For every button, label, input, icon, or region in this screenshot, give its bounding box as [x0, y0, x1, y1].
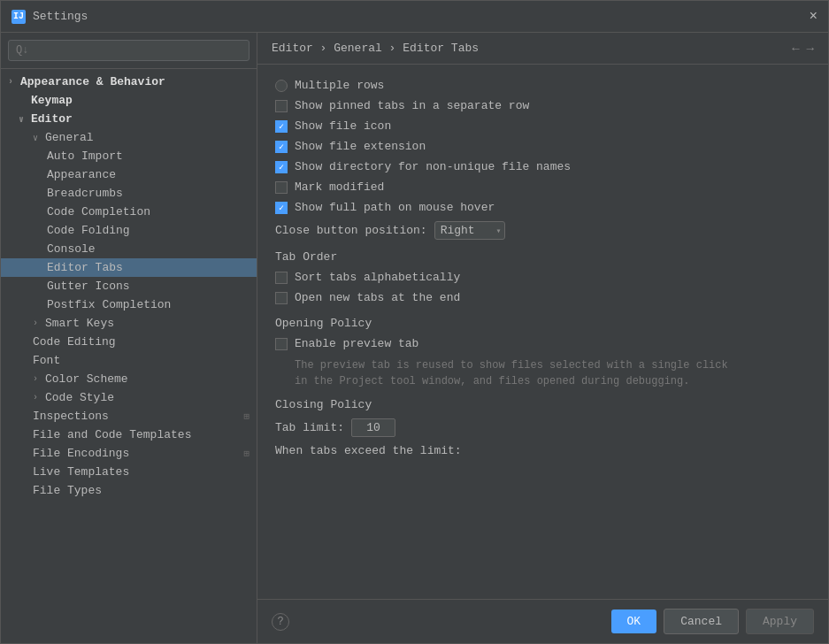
show-file-ext-checkbox[interactable] — [275, 141, 288, 153]
cancel-button[interactable]: Cancel — [664, 609, 739, 634]
close-btn-position-dropdown-wrapper: Left Right Hidden ▾ — [434, 221, 505, 240]
when-exceed-row: When tabs exceed the limit: — [275, 444, 810, 457]
sidebar-item-label: File Types — [33, 484, 102, 497]
sidebar-item-label: Appearance — [47, 168, 116, 181]
sidebar-item-label: Color Scheme — [45, 372, 128, 386]
mark-modified-checkbox[interactable] — [275, 181, 288, 194]
sidebar-item-label: File and Code Templates — [33, 428, 191, 441]
multiple-rows-label: Multiple rows — [295, 79, 384, 92]
sidebar-item-code-style[interactable]: › Code Style — [1, 388, 257, 407]
breadcrumb: Editor › General › Editor Tabs — [272, 42, 479, 55]
bottom-bar: ? OK Cancel Apply — [257, 599, 828, 643]
arrow-icon: › — [33, 393, 42, 402]
sidebar-item-font[interactable]: Font — [1, 351, 257, 370]
sidebar-item-gutter-icons[interactable]: Gutter Icons — [1, 277, 257, 295]
sidebar-item-code-completion[interactable]: Code Completion — [1, 203, 257, 221]
mark-modified-row: Mark modified — [275, 180, 810, 194]
sidebar-item-label: Live Templates — [33, 465, 129, 479]
sidebar-item-keymap[interactable]: Keymap — [1, 91, 257, 110]
sidebar-item-file-encodings[interactable]: File Encodings ⊞ — [1, 444, 257, 463]
dialog-title: Settings — [33, 10, 88, 23]
main-content: Editor › General › Editor Tabs ← → Multi… — [257, 33, 828, 643]
sidebar-item-file-code-templates[interactable]: File and Code Templates — [1, 426, 257, 444]
apply-button[interactable]: Apply — [746, 609, 814, 634]
sidebar-item-editor-tabs[interactable]: Editor Tabs — [1, 258, 257, 277]
show-file-icon-row: Show file icon — [275, 119, 810, 133]
sidebar-item-postfix-completion[interactable]: Postfix Completion — [1, 295, 257, 314]
show-pinned-row: Show pinned tabs in a separate row — [275, 99, 810, 112]
sidebar-item-label: Auto Import — [47, 150, 123, 163]
sort-alpha-row: Sort tabs alphabetically — [275, 271, 810, 284]
enable-preview-checkbox[interactable] — [275, 338, 288, 350]
sidebar-item-inspections[interactable]: Inspections ⊞ — [1, 407, 257, 426]
tab-order-title: Tab Order — [275, 250, 810, 264]
open-new-end-checkbox[interactable] — [275, 292, 288, 304]
sidebar-item-label: Smart Keys — [45, 317, 114, 330]
sidebar-item-editor[interactable]: ∨ Editor — [1, 110, 257, 128]
sidebar-item-label: Gutter Icons — [47, 280, 130, 293]
sidebar-item-label: Editor — [31, 112, 73, 126]
sidebar-item-label: Keymap — [31, 94, 73, 107]
sidebar-item-label: General — [45, 131, 94, 144]
sidebar-item-label: Code Folding — [47, 224, 130, 237]
sidebar-item-label: File Encodings — [33, 447, 129, 460]
show-full-path-checkbox[interactable] — [275, 202, 288, 214]
sidebar-item-breadcrumbs[interactable]: Breadcrumbs — [1, 184, 257, 203]
show-pinned-checkbox[interactable] — [275, 100, 288, 112]
enable-preview-row: Enable preview tab — [275, 337, 810, 350]
sidebar-item-console[interactable]: Console — [1, 240, 257, 258]
show-file-icon-label: Show file icon — [295, 119, 391, 133]
when-exceed-label: When tabs exceed the limit: — [275, 444, 462, 457]
title-bar-left: IJ Settings — [12, 10, 88, 24]
close-btn-position-select[interactable]: Left Right Hidden — [434, 221, 505, 240]
close-button[interactable]: × — [809, 10, 817, 24]
sidebar-tree: › Appearance & Behavior Keymap ∨ Editor … — [1, 69, 257, 643]
search-input[interactable] — [8, 40, 249, 61]
closing-policy-title: Closing Policy — [275, 398, 810, 411]
sidebar-item-auto-import[interactable]: Auto Import — [1, 147, 257, 165]
sidebar-item-code-editing[interactable]: Code Editing — [1, 333, 257, 351]
app-icon: IJ — [12, 10, 26, 24]
show-directory-checkbox[interactable] — [275, 161, 288, 173]
close-btn-position-label: Close button position: — [275, 224, 427, 237]
help-area: ? — [272, 613, 289, 631]
sidebar-item-smart-keys[interactable]: › Smart Keys — [1, 314, 257, 333]
file-encodings-icon: ⊞ — [243, 448, 249, 459]
enable-preview-label: Enable preview tab — [295, 337, 418, 350]
title-bar: IJ Settings × — [1, 1, 828, 33]
show-full-path-label: Show full path on mouse hover — [295, 201, 495, 214]
sidebar-item-file-types[interactable]: File Types — [1, 481, 257, 500]
show-pinned-label: Show pinned tabs in a separate row — [295, 99, 529, 112]
tab-limit-input[interactable] — [351, 418, 395, 437]
breadcrumb-bar: Editor › General › Editor Tabs ← → — [257, 33, 828, 65]
multiple-rows-radio[interactable] — [275, 80, 288, 92]
sidebar-item-general[interactable]: ∨ General — [1, 128, 257, 147]
sidebar-item-label: Inspections — [33, 410, 109, 423]
sidebar-item-code-folding[interactable]: Code Folding — [1, 221, 257, 240]
ok-button[interactable]: OK — [611, 610, 657, 633]
sort-alpha-label: Sort tabs alphabetically — [295, 271, 460, 284]
forward-arrow[interactable]: → — [807, 42, 814, 56]
back-arrow[interactable]: ← — [792, 42, 799, 56]
sidebar-item-appearance[interactable]: Appearance — [1, 165, 257, 184]
open-new-end-label: Open new tabs at the end — [295, 291, 460, 304]
arrow-icon: ∨ — [33, 133, 42, 143]
show-full-path-row: Show full path on mouse hover — [275, 201, 810, 214]
sidebar-item-color-scheme[interactable]: › Color Scheme — [1, 370, 257, 388]
content-area: › Appearance & Behavior Keymap ∨ Editor … — [1, 33, 828, 643]
open-new-end-row: Open new tabs at the end — [275, 291, 810, 304]
show-file-icon-checkbox[interactable] — [275, 120, 288, 133]
tab-limit-row: Tab limit: — [275, 418, 810, 437]
sidebar-item-label: Code Completion — [47, 205, 150, 218]
sidebar-item-label: Editor Tabs — [47, 261, 123, 274]
sort-alpha-checkbox[interactable] — [275, 272, 288, 284]
sidebar-item-appearance-behavior[interactable]: › Appearance & Behavior — [1, 73, 257, 91]
sidebar-item-label: Breadcrumbs — [47, 187, 123, 200]
tab-limit-label: Tab limit: — [275, 421, 344, 434]
arrow-icon: › — [33, 374, 42, 384]
help-button[interactable]: ? — [272, 613, 289, 631]
nav-arrows: ← → — [792, 42, 814, 56]
sidebar-item-live-templates[interactable]: Live Templates — [1, 463, 257, 481]
show-file-ext-row: Show file extension — [275, 140, 810, 153]
search-bar — [1, 33, 257, 69]
